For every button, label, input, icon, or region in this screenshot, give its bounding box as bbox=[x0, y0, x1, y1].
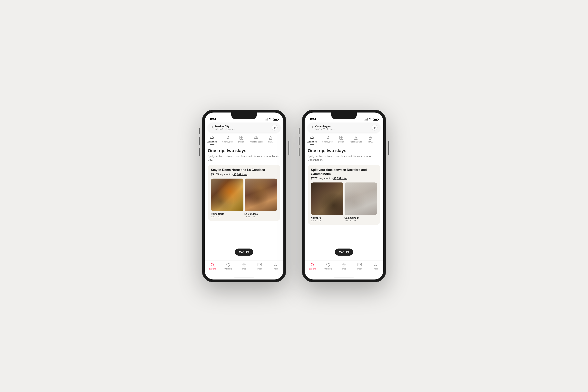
category-tabs-1: All homes Countryside Design bbox=[204, 132, 284, 145]
svg-rect-18 bbox=[340, 138, 341, 139]
card-title-1: Stay in Roma Norte and La Condesa bbox=[211, 168, 277, 172]
nav-inbox-2[interactable]: Inbox bbox=[352, 262, 368, 270]
home-indicator-1 bbox=[204, 276, 284, 280]
category-tabs-2: All homes Countryside Design bbox=[304, 132, 384, 145]
filter-button-1[interactable] bbox=[272, 125, 278, 130]
nav-profile-1[interactable]: Profile bbox=[268, 262, 284, 270]
price-avg-1: $5,105 bbox=[211, 173, 219, 176]
tab-national-parks-2[interactable]: National parks bbox=[347, 135, 365, 145]
stay-card-1[interactable]: Stay in Roma Norte and La Condesa $5,105… bbox=[208, 165, 280, 221]
image-la-condesa bbox=[244, 178, 277, 211]
image-norrebro bbox=[311, 182, 344, 215]
tab-tiny-2[interactable]: Tiny... bbox=[365, 135, 376, 145]
card-title-2: Split your time between Nørrebro and Gam… bbox=[311, 168, 377, 176]
phone-2: 9:41 bbox=[302, 110, 386, 282]
svg-point-1 bbox=[228, 136, 229, 138]
search-text-1: Mexico City Jul 1 – 31 · 2 guests bbox=[215, 125, 270, 130]
svg-rect-6 bbox=[256, 136, 256, 138]
price-sep-1: · bbox=[232, 173, 234, 176]
svg-point-25 bbox=[344, 264, 344, 264]
search-bar-2[interactable]: Copenhagen Jun 1 – 30 · 2 guests bbox=[308, 123, 380, 132]
bottom-nav-1: Explore Wishlists Trips I bbox=[204, 260, 284, 276]
svg-rect-5 bbox=[242, 138, 243, 139]
section-subtitle-2: Split your time between two places and d… bbox=[308, 154, 380, 162]
tab-national-parks-1[interactable]: Nati... bbox=[266, 135, 276, 145]
search-details-1: Jul 1 – 31 · 2 guests bbox=[215, 128, 270, 130]
nav-trips-1[interactable]: Trips bbox=[236, 262, 252, 270]
section-subtitle-1: Split your time between two places and d… bbox=[208, 154, 280, 162]
price-total-2: $8,637 total bbox=[334, 177, 347, 180]
nav-explore-1[interactable]: Explore bbox=[204, 262, 220, 270]
status-time-1: 9:41 bbox=[210, 117, 216, 121]
svg-rect-20 bbox=[369, 138, 372, 139]
card-images-1 bbox=[211, 178, 277, 211]
tab-countryside-2[interactable]: Countryside bbox=[320, 135, 335, 145]
tab-all-homes-2[interactable]: All homes bbox=[304, 135, 320, 145]
battery-icon-2 bbox=[373, 118, 378, 120]
label-location2-1: La Condesa Jul 21 – 31 bbox=[244, 213, 277, 218]
filter-button-2[interactable] bbox=[372, 125, 378, 130]
search-icon-2 bbox=[310, 126, 314, 130]
signal-icon bbox=[264, 118, 268, 120]
search-icon bbox=[210, 126, 214, 130]
wifi-icon-2 bbox=[369, 118, 372, 121]
card-price-2: $7,781 avg/month · $8,637 total bbox=[311, 177, 377, 180]
tab-countryside-1[interactable]: Countryside bbox=[220, 135, 236, 145]
search-details-2: Jun 1 – 30 · 2 guests bbox=[315, 128, 370, 130]
tab-design-1[interactable]: Design bbox=[236, 135, 247, 145]
main-content-2: One trip, two stays Split your time betw… bbox=[304, 145, 384, 248]
svg-rect-16 bbox=[340, 136, 341, 138]
svg-rect-7 bbox=[256, 136, 257, 138]
section-title-1: One trip, two stays bbox=[208, 148, 280, 153]
label-location1-1: Roma Norte Jul 1 – 20 bbox=[211, 213, 244, 218]
svg-rect-17 bbox=[342, 136, 343, 138]
map-button-1[interactable]: Map bbox=[235, 248, 253, 256]
nav-trips-2[interactable]: Trips bbox=[336, 262, 352, 270]
search-bar-1[interactable]: Mexico City Jul 1 – 31 · 2 guests bbox=[208, 123, 280, 132]
tab-all-homes-1[interactable]: All homes bbox=[204, 135, 220, 145]
nav-profile-2[interactable]: Profile bbox=[368, 262, 384, 270]
card-price-1: $5,105 avg/month · $5,667 total bbox=[211, 173, 277, 176]
price-label-2: avg/month bbox=[319, 177, 331, 180]
main-content-1: One trip, two stays Split your time betw… bbox=[204, 145, 284, 248]
svg-rect-2 bbox=[240, 136, 241, 138]
nav-explore-2[interactable]: Explore bbox=[304, 262, 320, 270]
card-labels-1: Roma Norte Jul 1 – 20 La Condesa Jul 21 … bbox=[211, 213, 277, 218]
map-label-2: Map bbox=[339, 250, 344, 254]
price-total-1: $5,667 total bbox=[234, 173, 247, 176]
notch-2 bbox=[331, 112, 357, 119]
home-indicator-2 bbox=[304, 276, 384, 280]
card-images-2 bbox=[311, 182, 377, 215]
tab-design-2[interactable]: Design bbox=[335, 135, 347, 145]
notch bbox=[231, 112, 257, 119]
search-city-2: Copenhagen bbox=[315, 125, 370, 128]
battery-icon bbox=[273, 118, 278, 120]
svg-rect-19 bbox=[342, 138, 343, 139]
svg-point-13 bbox=[275, 263, 276, 265]
nav-wishlists-2[interactable]: Wishlists bbox=[320, 262, 336, 270]
image-roma-norte bbox=[211, 178, 244, 211]
phone-1: 9:41 bbox=[202, 110, 286, 282]
price-label-1: avg/month bbox=[219, 173, 231, 176]
price-sep-2: · bbox=[332, 177, 334, 180]
price-avg-2: $7,781 bbox=[311, 177, 319, 180]
nav-inbox-1[interactable]: Inbox bbox=[252, 262, 268, 270]
label-location2-2: Gammelholm Jun 13 – 30 bbox=[344, 216, 377, 222]
svg-rect-3 bbox=[242, 136, 243, 138]
stay-card-2[interactable]: Split your time between Nørrebro and Gam… bbox=[308, 165, 380, 225]
svg-rect-4 bbox=[240, 138, 241, 139]
svg-point-15 bbox=[328, 136, 329, 138]
image-gammelholm bbox=[344, 182, 377, 215]
svg-point-26 bbox=[375, 263, 376, 265]
tab-amazing-pools-1[interactable]: Amazing pools bbox=[247, 135, 266, 145]
status-icons-1 bbox=[264, 118, 278, 121]
map-button-2[interactable]: Map bbox=[335, 248, 353, 256]
search-city-1: Mexico City bbox=[215, 125, 270, 128]
card-labels-2: Nørrebro Jun 1 – 12 Gammelholm Jun 13 – … bbox=[311, 216, 377, 222]
section-title-2: One trip, two stays bbox=[308, 148, 380, 153]
bottom-nav-2: Explore Wishlists Trips I bbox=[304, 260, 384, 276]
map-label-1: Map bbox=[239, 250, 244, 254]
svg-point-12 bbox=[244, 264, 244, 264]
label-location1-2: Nørrebro Jun 1 – 12 bbox=[311, 216, 344, 222]
nav-wishlists-1[interactable]: Wishlists bbox=[220, 262, 236, 270]
